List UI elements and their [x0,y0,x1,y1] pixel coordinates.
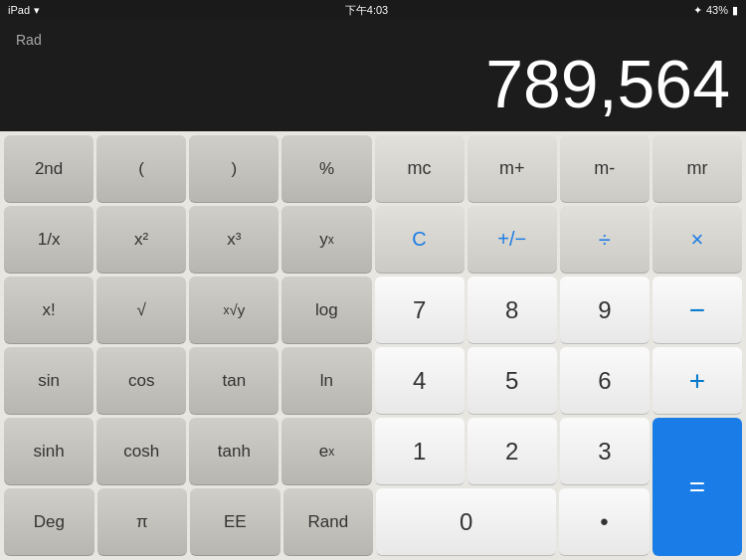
btn-tanh[interactable]: tanh [189,418,279,485]
btn-x2[interactable]: x² [96,206,186,274]
btn-deg[interactable]: Deg [4,488,94,556]
btn-cos[interactable]: cos [96,347,186,415]
btn-cosh[interactable]: cosh [96,418,186,485]
btn-6[interactable]: 6 [560,347,650,415]
status-right: ✦ 43% ▮ [693,4,738,17]
btn-log[interactable]: log [281,277,371,344]
btn-5[interactable]: 5 [467,347,557,415]
btn-div[interactable]: ÷ [560,206,650,274]
btn-3[interactable]: 3 [560,418,650,485]
btn-mr[interactable]: mr [653,135,742,203]
mode-label: Rad [16,32,42,48]
btn-8[interactable]: 8 [467,277,557,344]
btn-ln[interactable]: ln [281,347,371,415]
btn-sin[interactable]: sin [4,347,93,415]
btn-4[interactable]: 4 [375,347,465,415]
btn-mplus[interactable]: m+ [467,135,557,203]
btn-tan[interactable]: tan [189,347,279,415]
bluetooth-icon: ✦ [693,4,702,17]
display: Rad 789,564 [0,20,746,131]
result-display: 789,564 [16,50,730,123]
btn-dot[interactable]: • [559,488,650,556]
btn-pi[interactable]: π [97,488,188,556]
device-label: iPad [8,4,30,16]
btn-7[interactable]: 7 [375,277,465,344]
status-time: 下午4:03 [345,3,388,18]
btn-rparen[interactable]: ) [189,135,279,203]
battery-pct: 43% [706,4,728,16]
status-left: iPad ▾ [8,4,40,17]
btn-9[interactable]: 9 [560,277,650,344]
row-3: x! √ x√y log 7 8 9 − [4,277,742,344]
btn-pct[interactable]: % [281,135,371,203]
btn-x3[interactable]: x³ [189,206,279,274]
btn-2[interactable]: 2 [467,418,557,485]
row-5: sinh cosh tanh ex 1 2 3 [4,418,650,485]
btn-minus[interactable]: − [653,277,742,344]
status-bar: iPad ▾ 下午4:03 ✦ 43% ▮ [0,0,746,20]
btn-mul[interactable]: × [653,206,742,274]
btn-eq[interactable]: = [653,418,742,556]
btn-rand[interactable]: Rand [283,488,374,556]
btn-mc[interactable]: mc [375,135,465,203]
row-6: Deg π EE Rand 0 • [4,488,650,556]
btn-ysqrt[interactable]: x√y [189,277,279,344]
btn-sqrt[interactable]: √ [96,277,186,344]
btn-0[interactable]: 0 [376,488,556,556]
btn-mminus[interactable]: m- [560,135,650,203]
wifi-icon: ▾ [34,4,40,17]
calculator-body: 2nd ( ) % mc m+ m- mr 1/x x² x³ yx C +/−… [0,131,746,560]
btn-sinh[interactable]: sinh [4,418,93,485]
btn-plus[interactable]: + [653,347,742,415]
battery-icon: ▮ [732,4,738,17]
row-4: sin cos tan ln 4 5 6 + [4,347,742,415]
row-2: 1/x x² x³ yx C +/− ÷ × [4,206,742,274]
btn-1[interactable]: 1 [375,418,465,485]
btn-lparen[interactable]: ( [96,135,186,203]
btn-ex[interactable]: ex [281,418,371,485]
btn-2nd[interactable]: 2nd [4,135,93,203]
btn-yx[interactable]: yx [281,206,371,274]
btn-xfact[interactable]: x! [4,277,93,344]
btn-plusminus[interactable]: +/− [467,206,557,274]
btn-c[interactable]: C [375,206,465,274]
btn-1x[interactable]: 1/x [4,206,93,274]
btn-ee[interactable]: EE [190,488,280,556]
row-1: 2nd ( ) % mc m+ m- mr [4,135,742,203]
